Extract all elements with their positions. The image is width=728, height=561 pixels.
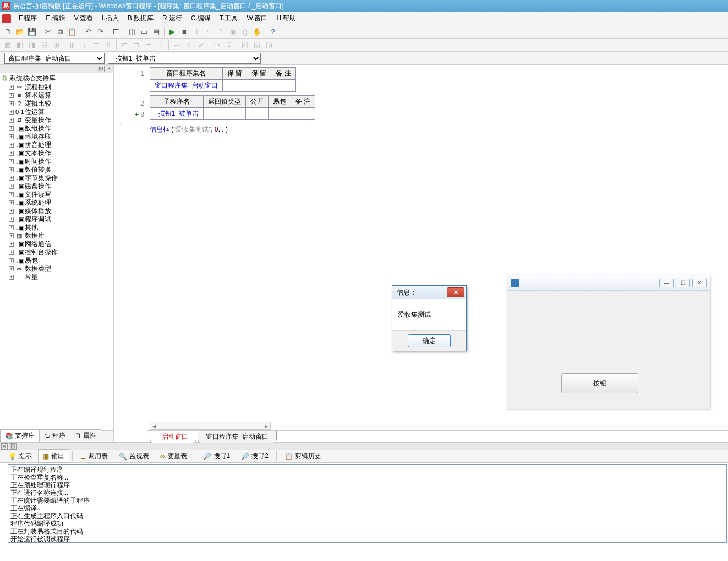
form-app-icon xyxy=(511,279,519,287)
msgbox-titlebar[interactable]: 信息： ✕ xyxy=(392,286,466,299)
procedure-combo[interactable]: _按钮1_被单击 xyxy=(108,53,261,64)
tree-item[interactable]: +↓▣字节集操作 xyxy=(1,174,112,182)
paste-icon[interactable]: 📋 xyxy=(67,26,78,37)
tree-item[interactable]: +↓▣网络通信 xyxy=(1,240,112,248)
runtime-form-window[interactable]: — ☐ ✕ 按钮 xyxy=(507,275,710,409)
step-out-icon[interactable]: ⤴ xyxy=(215,26,226,37)
layout3-icon[interactable]: ▤ xyxy=(151,26,162,37)
layout2-icon[interactable]: ▭ xyxy=(139,26,150,37)
library-tree[interactable]: 🗐 系统核心支持库 +✏流程控制+≡算术运算+?逻辑比较+0·1位运算+⇵变量操… xyxy=(0,73,113,430)
step-into-icon[interactable]: ⤷ xyxy=(203,26,214,37)
new-file-icon[interactable]: 🗋 xyxy=(2,26,13,37)
tree-item[interactable]: +↓▣磁盘操作 xyxy=(1,182,112,190)
save-file-icon[interactable]: 💾 xyxy=(26,26,37,37)
tab-search1[interactable]: 🔎搜寻1 xyxy=(198,449,236,463)
tab-program-set[interactable]: 窗口程序集_启动窗口 xyxy=(198,431,277,443)
design-toolbar: ▦ ◧ ◨ ⊟ ⊞ ⫼ ⫿ ≣ ⫴ ⊏ ⊐ ≐ ⋮ ↔ ↕ ⤢ ↦ ↧ ◰ ◱ … xyxy=(0,39,728,52)
msgbox-close-icon[interactable]: ✕ xyxy=(447,287,464,297)
sidebar-tabs: 📚支持库 🗂程序 🗒属性 xyxy=(0,430,113,442)
open-file-icon[interactable]: 📂 xyxy=(14,26,25,37)
table-row[interactable]: _按钮1_被单击 xyxy=(150,108,315,120)
sidebar-header: ⊟ × xyxy=(0,65,113,73)
menu-item[interactable]: H.帮助 xyxy=(272,13,300,24)
tree-item[interactable]: +↓▣数值转换 xyxy=(1,166,112,174)
find-icon[interactable]: 🗔 xyxy=(111,26,122,37)
tree-item[interactable]: +⇵变量操作 xyxy=(1,116,112,124)
tree-root-label: 系统核心支持库 xyxy=(9,74,56,83)
menu-item[interactable]: R.运行 xyxy=(158,13,187,24)
hand-icon[interactable]: ✋ xyxy=(251,26,262,37)
layout1-icon[interactable]: ◫ xyxy=(127,26,138,37)
tree-item[interactable]: +↓▣其他 xyxy=(1,224,112,232)
msgbox-ok-button[interactable]: 确定 xyxy=(408,334,451,347)
menu-item[interactable]: C.编译 xyxy=(187,13,215,24)
tree-item[interactable]: +↓▣媒体播放 xyxy=(1,207,112,215)
tree-item[interactable]: +↓▣时间操作 xyxy=(1,157,112,166)
menu-item[interactable]: V.查看 xyxy=(70,13,97,24)
tree-item[interactable]: +▥数据库 xyxy=(1,232,112,240)
t2-18: ↧ xyxy=(223,40,234,51)
tab-output[interactable]: ▣输出 xyxy=(38,449,69,463)
sidebar-close-icon[interactable]: × xyxy=(106,66,112,72)
close-icon[interactable]: ✕ xyxy=(692,279,707,287)
tree-item[interactable]: +?逻辑比较 xyxy=(1,100,112,108)
tree-item[interactable]: +↓▣系统处理 xyxy=(1,199,112,207)
h-scrollbar[interactable]: ◂▸ xyxy=(150,422,271,430)
copy-icon[interactable]: ⧉ xyxy=(54,26,65,37)
minimize-icon[interactable]: — xyxy=(659,279,674,287)
tree-item[interactable]: +↓▣程序调试 xyxy=(1,215,112,224)
sidebar-pin-icon[interactable]: ⊟ xyxy=(97,66,105,72)
menu-item[interactable]: E.编辑 xyxy=(41,13,69,24)
t2-20: ◱ xyxy=(251,40,262,51)
tree-item[interactable]: +☰常量 xyxy=(1,273,112,281)
tab-search2[interactable]: 🔎搜寻2 xyxy=(236,449,273,463)
sidebar-tab-property[interactable]: 🗒属性 xyxy=(70,429,101,442)
tree-item[interactable]: +↓▣数组操作 xyxy=(1,124,112,133)
tab-clip[interactable]: 📋剪辑历史 xyxy=(280,449,326,463)
tree-item[interactable]: +↓▣文件读写 xyxy=(1,190,112,199)
form-titlebar[interactable]: — ☐ ✕ xyxy=(507,275,710,291)
menu-item[interactable]: T.工具 xyxy=(215,13,242,24)
code-editor[interactable]: 1 2 + 3 ↓ 窗口程序集名 保 留 保 留 备 注 窗口程序集_启动窗口 xyxy=(114,65,728,442)
module-combo[interactable]: 窗口程序集_启动窗口 xyxy=(4,53,105,64)
tree-item[interactable]: +↓▣拼音处理 xyxy=(1,141,112,149)
brk2-icon[interactable]: () xyxy=(239,26,250,37)
tab-hint[interactable]: 💡提示 xyxy=(3,449,37,463)
sidebar-tab-support[interactable]: 📚支持库 xyxy=(0,429,40,442)
program-set-table: 窗口程序集名 保 留 保 留 备 注 窗口程序集_启动窗口 xyxy=(150,67,296,92)
breakpoint-icon[interactable]: ◉ xyxy=(227,26,238,37)
cut-icon[interactable]: ✂ xyxy=(42,26,53,37)
tree-item[interactable]: +↓▣易包 xyxy=(1,257,112,265)
step-over-icon[interactable]: ⤵ xyxy=(191,26,202,37)
tree-item[interactable]: +≡算术运算 xyxy=(1,91,112,100)
sidebar-tab-program[interactable]: 🗂程序 xyxy=(39,429,70,442)
tab-vars[interactable]: ∞变量表 xyxy=(155,449,192,463)
menu-item[interactable]: F.程序 xyxy=(14,13,41,24)
tab-watch[interactable]: 🔍监视表 xyxy=(114,449,154,463)
tab-callstack[interactable]: ≣调用表 xyxy=(75,449,113,463)
table-row[interactable]: 窗口程序集_启动窗口 xyxy=(150,80,296,92)
redo-icon[interactable]: ↷ xyxy=(95,26,106,37)
tree-item[interactable]: +↓▣控制台操作 xyxy=(1,248,112,257)
help-icon[interactable]: ? xyxy=(267,26,278,37)
tree-root[interactable]: 🗐 系统核心支持库 xyxy=(1,74,112,83)
maximize-icon[interactable]: ☐ xyxy=(676,279,690,287)
menu-item[interactable]: I.插入 xyxy=(97,13,123,24)
form-button[interactable]: 按钮 xyxy=(561,373,638,393)
output-panel: × ⊟ 💡提示 ▣输出 ≣调用表 🔍监视表 ∞变量表 🔎搜寻1 🔎搜寻2 📋剪辑… xyxy=(0,442,728,543)
undo-icon[interactable]: ↶ xyxy=(83,26,94,37)
run-icon[interactable]: ▶ xyxy=(167,26,178,37)
menu-item[interactable]: W.窗口 xyxy=(242,13,272,24)
tab-start-window[interactable]: _启动窗口 xyxy=(150,431,196,443)
stop-icon[interactable]: ■ xyxy=(179,26,190,37)
tree-item[interactable]: +∞数据类型 xyxy=(1,265,112,273)
tree-item[interactable]: +0·1位运算 xyxy=(1,108,112,116)
message-box: 信息： ✕ 爱收集测试 确定 xyxy=(392,285,467,351)
tree-item[interactable]: +↓▣环境存取 xyxy=(1,133,112,141)
menu-item[interactable]: B.数据库 xyxy=(123,13,158,24)
tree-item[interactable]: +↓▣文本操作 xyxy=(1,149,112,157)
output-text[interactable]: 正在编译现行程序 正在检查重复名称... 正在预处理现行程序 正在进行名称连接.… xyxy=(8,464,727,543)
output-panel-tabs: 💡提示 ▣输出 ≣调用表 🔍监视表 ∞变量表 🔎搜寻1 🔎搜寻2 📋剪辑历史 xyxy=(0,450,728,463)
code-line[interactable]: 信息框 (“爱收集测试”, 0, , ) xyxy=(150,123,726,135)
tree-item[interactable]: +✏流程控制 xyxy=(1,83,112,91)
